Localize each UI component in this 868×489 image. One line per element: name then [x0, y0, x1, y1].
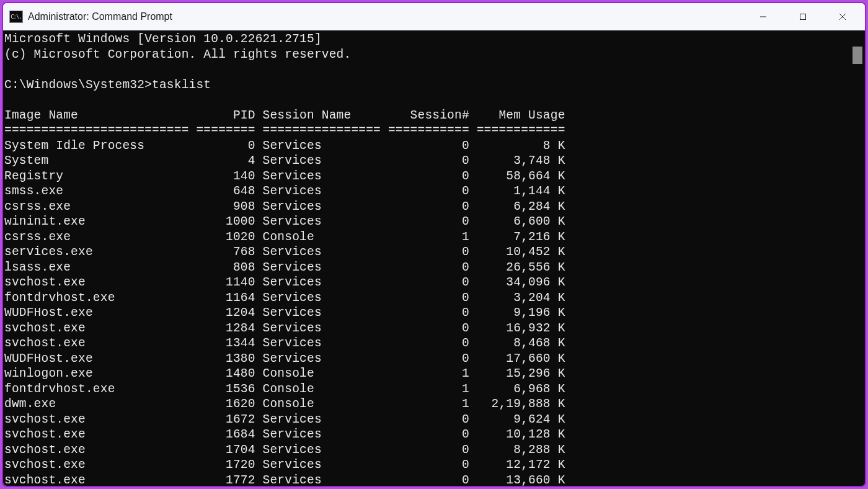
cmd-icon: C:\. [9, 11, 23, 23]
svg-rect-1 [800, 14, 806, 20]
cmd-window: C:\. Administrator: Command Prompt Micro… [2, 2, 866, 487]
minimize-button[interactable] [743, 4, 783, 29]
terminal-output[interactable]: Microsoft Windows [Version 10.0.22621.27… [3, 30, 850, 486]
window-controls [743, 4, 862, 29]
window-title: Administrator: Command Prompt [28, 11, 743, 22]
close-icon [839, 13, 846, 20]
scrollbar-thumb[interactable] [852, 47, 862, 64]
close-button[interactable] [823, 4, 862, 29]
scrollbar-track[interactable] [850, 30, 865, 486]
minimize-icon [760, 13, 767, 20]
maximize-button[interactable] [783, 4, 823, 29]
titlebar[interactable]: C:\. Administrator: Command Prompt [3, 3, 865, 30]
terminal-area: Microsoft Windows [Version 10.0.22621.27… [3, 30, 865, 486]
maximize-icon [799, 13, 807, 20]
